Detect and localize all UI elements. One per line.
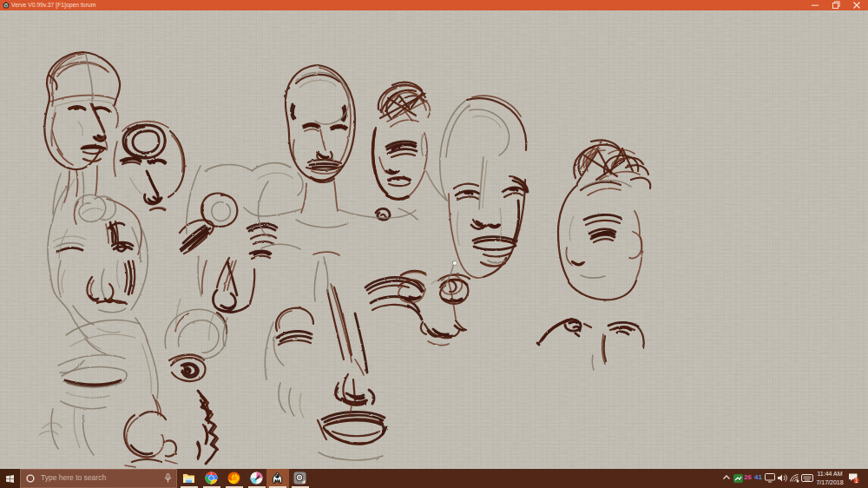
svg-text:1: 1 [855, 478, 858, 484]
